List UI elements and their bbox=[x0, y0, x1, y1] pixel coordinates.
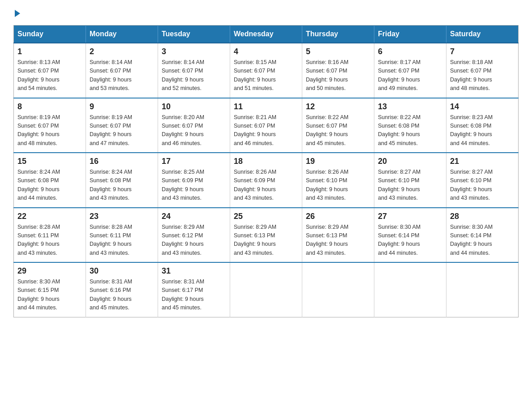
calendar-week-row: 15 Sunrise: 8:24 AM Sunset: 6:08 PM Dayl… bbox=[14, 153, 519, 208]
calendar-cell: 20 Sunrise: 8:27 AM Sunset: 6:10 PM Dayl… bbox=[374, 153, 446, 208]
day-number: 19 bbox=[306, 157, 370, 166]
header-sunday: Sunday bbox=[14, 26, 86, 43]
calendar-week-row: 22 Sunrise: 8:28 AM Sunset: 6:11 PM Dayl… bbox=[14, 208, 519, 263]
calendar-cell: 18 Sunrise: 8:26 AM Sunset: 6:09 PM Dayl… bbox=[230, 153, 302, 208]
day-number: 30 bbox=[90, 266, 154, 276]
calendar-cell: 4 Sunrise: 8:15 AM Sunset: 6:07 PM Dayli… bbox=[230, 43, 302, 98]
day-info: Sunrise: 8:22 AM Sunset: 6:08 PM Dayligh… bbox=[378, 113, 442, 148]
calendar-cell bbox=[374, 262, 446, 317]
day-number: 9 bbox=[90, 102, 154, 111]
day-info: Sunrise: 8:16 AM Sunset: 6:07 PM Dayligh… bbox=[306, 58, 370, 93]
page-header bbox=[13, 9, 519, 16]
calendar-cell: 22 Sunrise: 8:28 AM Sunset: 6:11 PM Dayl… bbox=[14, 208, 86, 263]
calendar-cell: 7 Sunrise: 8:18 AM Sunset: 6:07 PM Dayli… bbox=[446, 43, 519, 98]
calendar-cell: 3 Sunrise: 8:14 AM Sunset: 6:07 PM Dayli… bbox=[158, 43, 230, 98]
calendar-cell: 14 Sunrise: 8:23 AM Sunset: 6:08 PM Dayl… bbox=[446, 98, 519, 153]
calendar-week-row: 1 Sunrise: 8:13 AM Sunset: 6:07 PM Dayli… bbox=[14, 43, 519, 98]
calendar-cell: 19 Sunrise: 8:26 AM Sunset: 6:10 PM Dayl… bbox=[302, 153, 374, 208]
calendar-cell: 8 Sunrise: 8:19 AM Sunset: 6:07 PM Dayli… bbox=[14, 98, 86, 153]
day-number: 31 bbox=[162, 266, 226, 276]
day-number: 25 bbox=[234, 212, 298, 221]
day-number: 28 bbox=[450, 212, 515, 221]
day-number: 21 bbox=[450, 157, 515, 166]
day-number: 7 bbox=[450, 47, 515, 56]
day-info: Sunrise: 8:19 AM Sunset: 6:07 PM Dayligh… bbox=[90, 113, 154, 148]
calendar-cell: 31 Sunrise: 8:31 AM Sunset: 6:17 PM Dayl… bbox=[158, 262, 230, 317]
calendar-cell: 26 Sunrise: 8:29 AM Sunset: 6:13 PM Dayl… bbox=[302, 208, 374, 263]
day-number: 23 bbox=[90, 212, 154, 221]
calendar-cell: 12 Sunrise: 8:22 AM Sunset: 6:07 PM Dayl… bbox=[302, 98, 374, 153]
calendar-cell: 29 Sunrise: 8:30 AM Sunset: 6:15 PM Dayl… bbox=[14, 262, 86, 317]
day-number: 15 bbox=[17, 157, 82, 166]
day-info: Sunrise: 8:20 AM Sunset: 6:07 PM Dayligh… bbox=[162, 113, 226, 148]
calendar-cell bbox=[230, 262, 302, 317]
day-info: Sunrise: 8:29 AM Sunset: 6:12 PM Dayligh… bbox=[162, 223, 226, 258]
day-info: Sunrise: 8:30 AM Sunset: 6:14 PM Dayligh… bbox=[450, 223, 515, 258]
day-info: Sunrise: 8:24 AM Sunset: 6:08 PM Dayligh… bbox=[90, 168, 154, 203]
day-info: Sunrise: 8:29 AM Sunset: 6:13 PM Dayligh… bbox=[234, 223, 298, 258]
day-info: Sunrise: 8:17 AM Sunset: 6:07 PM Dayligh… bbox=[378, 58, 442, 93]
day-number: 20 bbox=[378, 157, 442, 166]
calendar-header-row: SundayMondayTuesdayWednesdayThursdayFrid… bbox=[14, 26, 519, 43]
day-number: 26 bbox=[306, 212, 370, 221]
calendar-cell: 9 Sunrise: 8:19 AM Sunset: 6:07 PM Dayli… bbox=[86, 98, 158, 153]
calendar-cell: 1 Sunrise: 8:13 AM Sunset: 6:07 PM Dayli… bbox=[14, 43, 86, 98]
day-number: 1 bbox=[17, 47, 82, 56]
day-info: Sunrise: 8:21 AM Sunset: 6:07 PM Dayligh… bbox=[234, 113, 298, 148]
logo-triangle-icon bbox=[15, 10, 20, 17]
calendar-cell: 23 Sunrise: 8:28 AM Sunset: 6:11 PM Dayl… bbox=[86, 208, 158, 263]
day-info: Sunrise: 8:19 AM Sunset: 6:07 PM Dayligh… bbox=[17, 113, 82, 148]
calendar-cell: 24 Sunrise: 8:29 AM Sunset: 6:12 PM Dayl… bbox=[158, 208, 230, 263]
day-number: 27 bbox=[378, 212, 442, 221]
calendar-cell: 25 Sunrise: 8:29 AM Sunset: 6:13 PM Dayl… bbox=[230, 208, 302, 263]
header-saturday: Saturday bbox=[446, 26, 519, 43]
header-friday: Friday bbox=[374, 26, 446, 43]
calendar-cell: 17 Sunrise: 8:25 AM Sunset: 6:09 PM Dayl… bbox=[158, 153, 230, 208]
calendar-cell: 6 Sunrise: 8:17 AM Sunset: 6:07 PM Dayli… bbox=[374, 43, 446, 98]
day-number: 17 bbox=[162, 157, 226, 166]
day-info: Sunrise: 8:31 AM Sunset: 6:16 PM Dayligh… bbox=[90, 278, 154, 313]
calendar-cell bbox=[446, 262, 519, 317]
day-number: 10 bbox=[162, 102, 226, 111]
calendar-cell: 16 Sunrise: 8:24 AM Sunset: 6:08 PM Dayl… bbox=[86, 153, 158, 208]
calendar-cell: 5 Sunrise: 8:16 AM Sunset: 6:07 PM Dayli… bbox=[302, 43, 374, 98]
day-info: Sunrise: 8:13 AM Sunset: 6:07 PM Dayligh… bbox=[17, 58, 82, 93]
day-info: Sunrise: 8:28 AM Sunset: 6:11 PM Dayligh… bbox=[17, 223, 82, 258]
header-wednesday: Wednesday bbox=[230, 26, 302, 43]
day-info: Sunrise: 8:26 AM Sunset: 6:10 PM Dayligh… bbox=[306, 168, 370, 203]
day-number: 16 bbox=[90, 157, 154, 166]
day-info: Sunrise: 8:14 AM Sunset: 6:07 PM Dayligh… bbox=[162, 58, 226, 93]
calendar-cell: 21 Sunrise: 8:27 AM Sunset: 6:10 PM Dayl… bbox=[446, 153, 519, 208]
day-info: Sunrise: 8:28 AM Sunset: 6:11 PM Dayligh… bbox=[90, 223, 154, 258]
day-number: 12 bbox=[306, 102, 370, 111]
day-number: 14 bbox=[450, 102, 515, 111]
calendar-cell: 13 Sunrise: 8:22 AM Sunset: 6:08 PM Dayl… bbox=[374, 98, 446, 153]
day-info: Sunrise: 8:29 AM Sunset: 6:13 PM Dayligh… bbox=[306, 223, 370, 258]
calendar-cell: 15 Sunrise: 8:24 AM Sunset: 6:08 PM Dayl… bbox=[14, 153, 86, 208]
day-info: Sunrise: 8:15 AM Sunset: 6:07 PM Dayligh… bbox=[234, 58, 298, 93]
day-number: 13 bbox=[378, 102, 442, 111]
day-info: Sunrise: 8:25 AM Sunset: 6:09 PM Dayligh… bbox=[162, 168, 226, 203]
calendar-cell: 10 Sunrise: 8:20 AM Sunset: 6:07 PM Dayl… bbox=[158, 98, 230, 153]
calendar-cell bbox=[302, 262, 374, 317]
day-info: Sunrise: 8:27 AM Sunset: 6:10 PM Dayligh… bbox=[378, 168, 442, 203]
calendar-table: SundayMondayTuesdayWednesdayThursdayFrid… bbox=[13, 25, 519, 317]
day-info: Sunrise: 8:27 AM Sunset: 6:10 PM Dayligh… bbox=[450, 168, 515, 203]
day-info: Sunrise: 8:23 AM Sunset: 6:08 PM Dayligh… bbox=[450, 113, 515, 148]
calendar-cell: 11 Sunrise: 8:21 AM Sunset: 6:07 PM Dayl… bbox=[230, 98, 302, 153]
calendar-cell: 27 Sunrise: 8:30 AM Sunset: 6:14 PM Dayl… bbox=[374, 208, 446, 263]
day-number: 11 bbox=[234, 102, 298, 111]
day-info: Sunrise: 8:31 AM Sunset: 6:17 PM Dayligh… bbox=[162, 278, 226, 313]
day-number: 3 bbox=[162, 47, 226, 56]
day-info: Sunrise: 8:30 AM Sunset: 6:14 PM Dayligh… bbox=[378, 223, 442, 258]
day-info: Sunrise: 8:14 AM Sunset: 6:07 PM Dayligh… bbox=[90, 58, 154, 93]
logo bbox=[13, 9, 20, 16]
day-info: Sunrise: 8:30 AM Sunset: 6:15 PM Dayligh… bbox=[17, 278, 82, 313]
calendar-cell: 2 Sunrise: 8:14 AM Sunset: 6:07 PM Dayli… bbox=[86, 43, 158, 98]
day-info: Sunrise: 8:18 AM Sunset: 6:07 PM Dayligh… bbox=[450, 58, 515, 93]
day-info: Sunrise: 8:26 AM Sunset: 6:09 PM Dayligh… bbox=[234, 168, 298, 203]
day-info: Sunrise: 8:22 AM Sunset: 6:07 PM Dayligh… bbox=[306, 113, 370, 148]
day-number: 2 bbox=[90, 47, 154, 56]
header-thursday: Thursday bbox=[302, 26, 374, 43]
header-monday: Monday bbox=[86, 26, 158, 43]
